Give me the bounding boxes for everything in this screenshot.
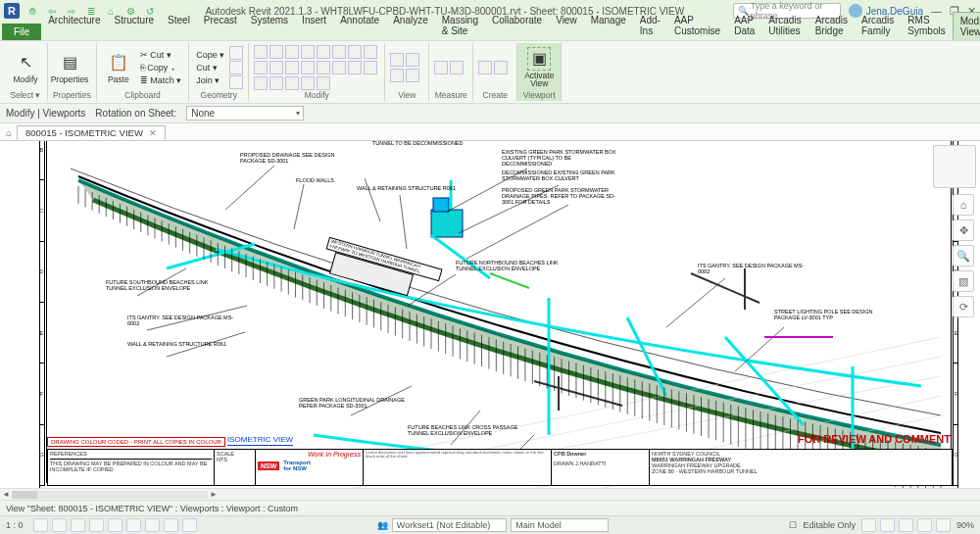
ribbon-tab[interactable]: AAP Data	[727, 12, 761, 40]
ribbon-small-icon[interactable]	[390, 69, 404, 82]
ribbon-tab[interactable]: Arcadis Family	[855, 12, 901, 40]
ribbon-tab[interactable]: Manage	[584, 12, 633, 40]
status-icon[interactable]	[182, 518, 197, 532]
copy-button[interactable]: ⎘ Copy ▾	[138, 62, 184, 73]
drawing-canvas[interactable]: BCDEFG BCDEFG	[0, 141, 980, 500]
ribbon-small-icon[interactable]	[434, 61, 448, 74]
geom-icon[interactable]	[229, 61, 243, 74]
status-icon[interactable]	[861, 518, 876, 532]
zoom-icon[interactable]: 🔍	[953, 245, 974, 267]
ribbon-small-icon[interactable]	[450, 61, 464, 74]
cope-button[interactable]: Cope ▾	[194, 49, 226, 61]
home-icon[interactable]: ⌂	[953, 194, 974, 216]
view-title[interactable]: ISOMETRIC VIEW	[227, 435, 293, 446]
editable-only-toggle[interactable]: Editable Only	[803, 520, 856, 530]
ribbon-small-icon[interactable]	[270, 76, 283, 90]
section-icon[interactable]: ▧	[953, 270, 974, 292]
ribbon-small-icon[interactable]	[348, 61, 362, 74]
geom-icon[interactable]	[229, 75, 243, 89]
ribbon-small-icon[interactable]	[478, 61, 492, 74]
ribbon-tab[interactable]: Collaborate	[485, 12, 549, 40]
ribbon-small-icon[interactable]	[317, 61, 330, 74]
status-icon[interactable]	[164, 518, 178, 532]
sync-icon[interactable]: ⟳	[953, 296, 974, 317]
paste-button[interactable]: 📋 Paste	[102, 51, 135, 84]
ribbon-tab[interactable]: Steel	[161, 12, 197, 40]
steering-wheel-icon[interactable]: ✥	[953, 219, 974, 241]
match-button[interactable]: ≣ Match ▾	[138, 74, 184, 86]
ribbon-small-icon[interactable]	[254, 61, 268, 74]
ribbon-tab[interactable]: Arcadis Utilities	[761, 12, 808, 40]
ribbon-small-icon[interactable]	[254, 76, 268, 90]
ribbon-small-icon[interactable]	[285, 76, 299, 90]
home-tab-icon[interactable]: ⌂	[6, 127, 17, 140]
gcut-button[interactable]: Cut ▾	[194, 62, 226, 73]
zoom-level[interactable]: 90%	[956, 520, 974, 530]
rotation-dropdown[interactable]: None	[186, 106, 304, 121]
ribbon-small-icon[interactable]	[301, 61, 315, 74]
ribbon-tab[interactable]: Insert	[295, 12, 333, 40]
ribbon-small-icon[interactable]	[285, 61, 299, 74]
scroll-thumb[interactable]	[12, 491, 37, 499]
ribbon-tab[interactable]: Systems	[244, 12, 295, 40]
ribbon-tab[interactable]: Add-Ins	[633, 12, 667, 40]
status-icon[interactable]	[126, 518, 141, 532]
ribbon-small-icon[interactable]	[364, 61, 377, 74]
ribbon-small-icon[interactable]	[332, 45, 346, 59]
status-icon[interactable]	[936, 518, 951, 532]
status-icon[interactable]	[89, 518, 104, 532]
scroll-left-icon[interactable]: ◄	[0, 490, 12, 499]
file-tab[interactable]: File	[2, 24, 41, 40]
check-icon[interactable]: ☐	[789, 520, 797, 530]
activate-view-button[interactable]: ▣ Activate View	[522, 47, 556, 88]
geom-icon[interactable]	[229, 46, 243, 60]
ribbon-tab[interactable]: Annotate	[333, 12, 386, 40]
status-icon[interactable]	[917, 518, 932, 532]
ribbon-tab[interactable]: View	[549, 12, 584, 40]
ribbon-small-icon[interactable]	[254, 45, 268, 59]
ribbon-tab[interactable]: Arcadis Bridge	[808, 12, 855, 40]
properties-button[interactable]: ▤ Properties	[53, 51, 86, 84]
ribbon-small-icon[interactable]	[317, 76, 330, 90]
status-icon[interactable]	[899, 518, 913, 532]
join-button[interactable]: Join ▾	[194, 74, 226, 86]
view-cube[interactable]	[933, 145, 976, 188]
ribbon-small-icon[interactable]	[364, 45, 377, 59]
ribbon-small-icon[interactable]	[348, 45, 362, 59]
close-tab-icon[interactable]: ✕	[149, 128, 157, 138]
qat-open-icon[interactable]: ⟰	[25, 4, 39, 18]
status-icon[interactable]	[52, 518, 67, 532]
ribbon-tab[interactable]: Modify | Viewports	[953, 12, 980, 40]
ribbon-small-icon[interactable]	[406, 69, 419, 82]
ribbon-tab[interactable]: Precast	[197, 12, 244, 40]
ribbon-small-icon[interactable]	[301, 76, 315, 90]
cut-button[interactable]: ✂ Cut ▾	[138, 49, 184, 61]
status-icon[interactable]	[880, 518, 895, 532]
workset-icon[interactable]: 👥	[377, 520, 388, 530]
ribbon-small-icon[interactable]	[270, 45, 283, 59]
ribbon-tab[interactable]: Analyze	[386, 12, 435, 40]
ribbon-tab[interactable]: Structure	[107, 12, 161, 40]
status-icon[interactable]	[33, 518, 48, 532]
status-icon[interactable]	[145, 518, 160, 532]
ribbon-tab[interactable]: AAP Customise	[667, 12, 727, 40]
workset-dropdown[interactable]: Workset1 (Not Editable)	[392, 518, 507, 532]
ribbon-small-icon[interactable]	[406, 53, 419, 67]
model-dropdown[interactable]: Main Model	[511, 518, 609, 532]
ribbon-small-icon[interactable]	[270, 61, 283, 74]
ribbon-small-icon[interactable]	[285, 45, 299, 59]
ribbon-tab[interactable]: Massing & Site	[435, 12, 485, 40]
ribbon-tab[interactable]: RMS Symbols	[901, 12, 952, 40]
ribbon-small-icon[interactable]	[494, 61, 508, 74]
modify-button[interactable]: ↖ Modify	[9, 51, 42, 84]
ribbon-small-icon[interactable]	[317, 45, 330, 59]
ribbon-tab[interactable]: Architecture	[41, 12, 107, 40]
ribbon-small-icon[interactable]	[332, 61, 346, 74]
horizontal-scrollbar[interactable]: ◄ ►	[0, 488, 980, 500]
scroll-right-icon[interactable]: ►	[208, 490, 220, 499]
document-tab[interactable]: 800015 - ISOMETRIC VIEW ✕	[17, 125, 166, 140]
status-icon[interactable]	[71, 518, 85, 532]
ribbon-small-icon[interactable]	[390, 53, 404, 67]
status-icon[interactable]	[108, 518, 122, 532]
ribbon-small-icon[interactable]	[301, 45, 315, 59]
